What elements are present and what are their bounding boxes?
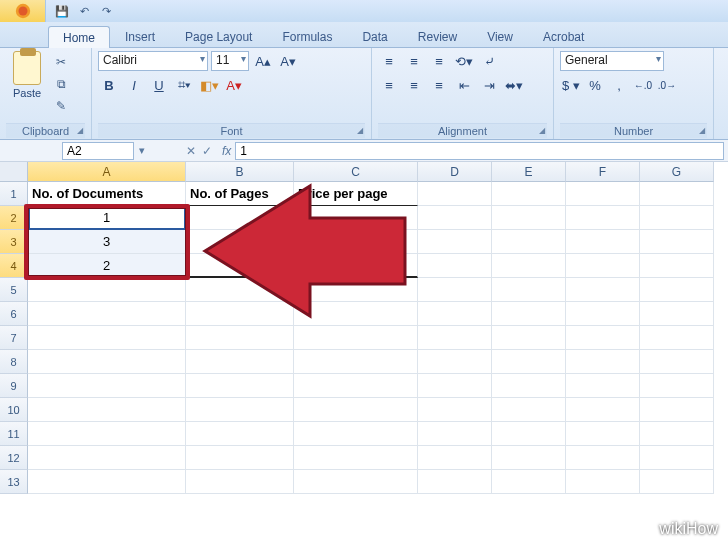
underline-button[interactable]: U xyxy=(148,75,170,95)
decrease-decimal-button[interactable]: .0→ xyxy=(656,75,678,95)
cell-E10[interactable] xyxy=(492,398,566,422)
cell-G13[interactable] xyxy=(640,470,714,494)
font-size-combo[interactable]: 11 xyxy=(211,51,249,71)
align-middle-button[interactable]: ≡ xyxy=(403,51,425,71)
cell-A12[interactable] xyxy=(28,446,186,470)
cut-icon[interactable]: ✂ xyxy=(52,55,70,71)
cell-G7[interactable] xyxy=(640,326,714,350)
cell-C6[interactable] xyxy=(294,302,418,326)
cell-G2[interactable] xyxy=(640,206,714,230)
number-format-combo[interactable]: General xyxy=(560,51,664,71)
cell-A11[interactable] xyxy=(28,422,186,446)
row-header-13[interactable]: 13 xyxy=(0,470,28,494)
cell-F9[interactable] xyxy=(566,374,640,398)
column-header-A[interactable]: A xyxy=(28,162,186,182)
cell-F3[interactable] xyxy=(566,230,640,254)
row-header-8[interactable]: 8 xyxy=(0,350,28,374)
shrink-font-button[interactable]: A▾ xyxy=(277,51,299,71)
cell-F1[interactable] xyxy=(566,182,640,206)
paste-button[interactable]: Paste xyxy=(6,51,48,99)
cell-E13[interactable] xyxy=(492,470,566,494)
cell-E6[interactable] xyxy=(492,302,566,326)
row-header-10[interactable]: 10 xyxy=(0,398,28,422)
cell-G11[interactable] xyxy=(640,422,714,446)
cell-D12[interactable] xyxy=(418,446,492,470)
cell-A9[interactable] xyxy=(28,374,186,398)
cell-D11[interactable] xyxy=(418,422,492,446)
cell-D1[interactable] xyxy=(418,182,492,206)
namebox-dropdown-icon[interactable]: ▾ xyxy=(134,144,150,157)
cell-A3[interactable]: 3 xyxy=(28,230,186,254)
cell-D8[interactable] xyxy=(418,350,492,374)
column-header-E[interactable]: E xyxy=(492,162,566,182)
cell-A7[interactable] xyxy=(28,326,186,350)
tab-page-layout[interactable]: Page Layout xyxy=(170,25,267,47)
cell-G10[interactable] xyxy=(640,398,714,422)
format-painter-icon[interactable]: ✎ xyxy=(52,99,70,115)
bold-button[interactable]: B xyxy=(98,75,120,95)
cell-G9[interactable] xyxy=(640,374,714,398)
cell-A10[interactable] xyxy=(28,398,186,422)
cell-D3[interactable] xyxy=(418,230,492,254)
cancel-formula-icon[interactable]: ✕ xyxy=(186,144,196,158)
border-button[interactable]: ⌗▾ xyxy=(173,75,195,95)
cell-G12[interactable] xyxy=(640,446,714,470)
increase-decimal-button[interactable]: ←.0 xyxy=(632,75,654,95)
italic-button[interactable]: I xyxy=(123,75,145,95)
row-header-12[interactable]: 12 xyxy=(0,446,28,470)
cell-A4[interactable]: 2 xyxy=(28,254,186,278)
cell-D5[interactable] xyxy=(418,278,492,302)
cell-F13[interactable] xyxy=(566,470,640,494)
cell-D13[interactable] xyxy=(418,470,492,494)
row-header-11[interactable]: 11 xyxy=(0,422,28,446)
cell-G4[interactable] xyxy=(640,254,714,278)
cell-D4[interactable] xyxy=(418,254,492,278)
cell-C11[interactable] xyxy=(294,422,418,446)
tab-formulas[interactable]: Formulas xyxy=(267,25,347,47)
save-icon[interactable]: 💾 xyxy=(54,3,70,19)
cell-D10[interactable] xyxy=(418,398,492,422)
cell-B8[interactable] xyxy=(186,350,294,374)
cell-E2[interactable] xyxy=(492,206,566,230)
cell-B6[interactable] xyxy=(186,302,294,326)
cell-F8[interactable] xyxy=(566,350,640,374)
tab-insert[interactable]: Insert xyxy=(110,25,170,47)
cell-F11[interactable] xyxy=(566,422,640,446)
tab-data[interactable]: Data xyxy=(347,25,402,47)
font-color-button[interactable]: A▾ xyxy=(223,75,245,95)
cell-B12[interactable] xyxy=(186,446,294,470)
cell-D6[interactable] xyxy=(418,302,492,326)
row-header-2[interactable]: 2 xyxy=(0,206,28,230)
formula-bar[interactable] xyxy=(235,142,724,160)
row-header-1[interactable]: 1 xyxy=(0,182,28,206)
wrap-text-button[interactable]: ⤶ xyxy=(478,51,500,71)
fx-icon[interactable]: fx xyxy=(218,144,235,158)
cell-A1[interactable]: No. of Documents xyxy=(28,182,186,206)
cell-F6[interactable] xyxy=(566,302,640,326)
cell-B13[interactable] xyxy=(186,470,294,494)
cell-G8[interactable] xyxy=(640,350,714,374)
align-left-button[interactable]: ≡ xyxy=(378,75,400,95)
font-name-combo[interactable]: Calibri xyxy=(98,51,208,71)
cell-C12[interactable] xyxy=(294,446,418,470)
cell-B9[interactable] xyxy=(186,374,294,398)
tab-home[interactable]: Home xyxy=(48,26,110,48)
increase-indent-button[interactable]: ⇥ xyxy=(478,75,500,95)
cell-B3[interactable] xyxy=(186,230,294,254)
percent-button[interactable]: % xyxy=(584,75,606,95)
cell-E5[interactable] xyxy=(492,278,566,302)
cell-B2[interactable] xyxy=(186,206,294,230)
cell-B11[interactable] xyxy=(186,422,294,446)
cell-G1[interactable] xyxy=(640,182,714,206)
cell-B4[interactable]: 7 xyxy=(186,254,294,278)
undo-icon[interactable]: ↶ xyxy=(76,3,92,19)
cell-E4[interactable] xyxy=(492,254,566,278)
cell-F7[interactable] xyxy=(566,326,640,350)
cell-A2[interactable]: 1 xyxy=(28,206,186,230)
currency-button[interactable]: $ ▾ xyxy=(560,75,582,95)
cell-C2[interactable] xyxy=(294,206,418,230)
worksheet-grid[interactable]: A B C D E F G 1 2 3 4 5 6 7 8 9 10 11 12… xyxy=(0,162,728,542)
cell-B7[interactable] xyxy=(186,326,294,350)
cell-C8[interactable] xyxy=(294,350,418,374)
cell-E1[interactable] xyxy=(492,182,566,206)
